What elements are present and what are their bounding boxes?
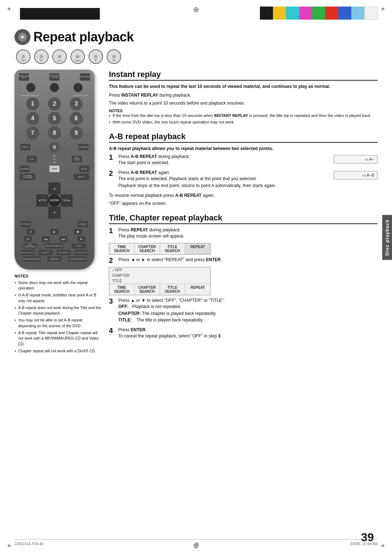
ab-step2-detail2: Playback stops at the end point, returns… xyxy=(118,183,330,189)
remote-round-row xyxy=(19,83,90,92)
disc-cd: CD xyxy=(107,49,121,64)
disc-vr: VR xyxy=(34,49,49,64)
tc-cell-time-search: TIMESEARCH xyxy=(109,243,135,254)
left-note-2: In A-B repeat mode, subtitles near point… xyxy=(15,292,102,304)
tc-dropdown-off: ✓OFF xyxy=(109,267,210,273)
ir-note-2: With some DVD-Video, the one touch repea… xyxy=(109,119,377,125)
ab-screen1-text: ▭ A– xyxy=(365,157,374,161)
ab-step2-num: 2 xyxy=(109,170,115,177)
footer-right: 3/4/06, 10:44 AM xyxy=(350,542,377,546)
remote-ch-controls: ▲ CH ▼ xyxy=(53,154,56,164)
tc-step3-row: 3 Press ▲ or ▼ to select "OFF", "CHAPTER… xyxy=(109,297,377,324)
tc2-cell-chapter: CHAPTERSEARCH xyxy=(135,284,160,295)
color-block-blue xyxy=(338,7,351,20)
dpad-right: TRK► xyxy=(61,194,73,206)
ab-subtitle-text: A-B repeat playback allows you to repeat… xyxy=(109,146,273,151)
remote-cancel-btn: CANCEL xyxy=(78,221,88,227)
disc-dvd: DVD xyxy=(16,49,30,64)
remote-playback-row: ⏸ ▶ ⏹ xyxy=(19,229,90,235)
left-note-4: You may not be able to set A-B repeat, d… xyxy=(15,317,102,329)
ir-step1-bold: INSTANT REPLAY xyxy=(121,93,158,98)
tc-step1-bold: REPEAT xyxy=(131,227,148,232)
ir-step1-detail: The video returns to a point 10 seconds … xyxy=(109,100,377,106)
left-note-1: Some discs may not work with the repeat … xyxy=(15,280,102,292)
color-block-yellow xyxy=(273,7,286,20)
remote-play-mode-btn: PLAY MODE/REPEAT xyxy=(68,256,86,262)
ab-repeat-title: A-B repeat playback xyxy=(109,132,377,143)
tc-step4-detail-bold: 3 xyxy=(218,333,221,339)
remote-play-btn: ▶ xyxy=(50,229,58,235)
remote-skip-fwd-btn: ⏭ xyxy=(77,236,85,242)
remote-num-9: 9 xyxy=(70,126,83,139)
ab-step1-content: Press A-B REPEAT during playback. The st… xyxy=(118,154,330,167)
ab-step2-row: 2 Press A-B REPEAT again. The end point … xyxy=(109,170,330,189)
color-block-magenta xyxy=(299,7,312,20)
tc-screen1: TIMESEARCH CHAPTERSEARCH TITLESEARCH REP… xyxy=(109,243,211,255)
title-icon xyxy=(15,29,30,45)
remote-num-8: 8 xyxy=(48,126,61,139)
ab-step3-bold: A-B REPEAT xyxy=(175,193,201,198)
remote-open-close-btn: OPEN/CLOSEEJECT xyxy=(19,73,29,81)
color-block-ltblue xyxy=(351,7,364,20)
disc-vr-video: VR+V xyxy=(52,49,67,64)
page-title-row: Repeat playback xyxy=(15,29,377,45)
page-title: Repeat playback xyxy=(33,29,134,45)
ir-step1: Press INSTANT REPLAY during playback. xyxy=(109,92,377,98)
tc-step2-row: 2 Press ◄ or ► to select "REPEAT" and pr… xyxy=(109,257,377,264)
dpad-enter: ENTER xyxy=(48,194,60,206)
tc-step4-content: Press ENTER. To cancel the repeat playba… xyxy=(118,327,377,340)
color-block-cyan xyxy=(286,7,299,20)
remote-num-6: 6 xyxy=(70,112,83,125)
remote-num-4: 4 xyxy=(26,112,39,125)
tc-dropdown-chapter: CHAPTER xyxy=(109,273,210,278)
ab-screen1: ▭ A– xyxy=(334,155,377,163)
disc-video: VIDEO xyxy=(70,49,85,64)
remote-round-btn-2 xyxy=(50,83,59,92)
title-chapter-section: Title, Chapter repeat playback 1 Press R… xyxy=(109,213,377,340)
remote-vcr-dvd-row: VCR ▲ CH ▼ INPUT SELECT xyxy=(19,154,90,164)
tc-step4-bold: ENTER xyxy=(131,327,146,332)
tc-screen1-row: TIMESEARCH CHAPTERSEARCH TITLESEARCH REP… xyxy=(109,243,210,254)
color-bar xyxy=(260,7,377,20)
tc2-cell-time: TIMESEARCH xyxy=(109,284,135,295)
remote-dvd-menu-btn: DVD MENU xyxy=(20,166,30,172)
remote-skip-rew-btn: ⏮ xyxy=(24,236,32,242)
remote-rec-btn: REC/OTR TIMER REC xyxy=(45,243,64,248)
tc-step3-title-bold: TITLE: xyxy=(118,317,132,323)
black-bar-decoration xyxy=(20,8,100,20)
ab-step2-detail1: The end point is selected. Playback star… xyxy=(118,176,330,182)
color-block-black xyxy=(260,7,273,20)
left-note-3: A-B repeat does not work during the Titl… xyxy=(15,305,102,317)
remote-labels-row: INSTANT REPLAY INSTANT SKIP xyxy=(19,94,90,97)
remote-mid-row: DISPLAY 0 DUBBING xyxy=(19,142,90,153)
ab-step1-text: 1 Press A-B REPEAT during playback. The … xyxy=(109,154,330,170)
two-column-layout: OPEN/CLOSEEJECT PROG/HDMITV/VIDEO ON/STA… xyxy=(15,70,377,355)
tc-screen2-table-row: TIMESEARCH CHAPTERSEARCH TITLESEARCH REP… xyxy=(109,284,210,295)
remote-subtitle-btn: SUBTITLE/MINI xyxy=(57,250,70,255)
ab-step2: 2 Press A-B REPEAT again. The end point … xyxy=(109,170,377,192)
right-column: Disc playback Instant replay This featur… xyxy=(109,70,377,355)
remote-num-7: 7 xyxy=(26,126,39,139)
dpad-corner-tl xyxy=(36,182,48,194)
ab-screen2: ▭ A–B xyxy=(334,171,377,179)
ab-step3: To resume normal playback press A-B REPE… xyxy=(109,192,377,199)
remote-prog-hdmi-btn: PROG/HDMITV/VIDEO xyxy=(49,73,60,81)
remote-pause-btn: ⏸ xyxy=(27,229,35,235)
remote-dvd-btn: DVD xyxy=(49,166,60,172)
reg-mark-tr: + xyxy=(379,5,387,13)
tc-dropdown-title: TITLE xyxy=(109,278,210,284)
ab-step1-row: 1 Press A-B REPEAT during playback. The … xyxy=(109,154,330,167)
tc-step2-bold: ENTER xyxy=(206,257,221,262)
dpad-up: ▲ xyxy=(48,182,60,194)
remote-transport-row: ⏮ ◀◀ ▶▶ ⏭ xyxy=(19,236,90,242)
remote-num-1: 1 xyxy=(26,97,39,110)
remote-ab-repeat-btn: A.B/REPEAT xyxy=(48,256,61,262)
remote-rec-mode-btn: REC MODE/SPEED xyxy=(23,243,37,248)
tc-step4-row: 4 Press ENTER. To cancel the repeat play… xyxy=(109,327,377,340)
ab-step3-detail: "OFF" appears on the screen. xyxy=(109,200,377,207)
footer: 2J40101A P34-40 39 3/4/06, 10:44 AM xyxy=(15,539,377,546)
remote-audio-btn: AUDIO/ATR xyxy=(39,250,53,255)
dpad-down: ▼ xyxy=(48,207,60,219)
remote-dpad: ▲ ◄TRK ENTER TRK► ▼ xyxy=(36,182,73,219)
remote-angle-row: ANGLE/COUNTER AUDIO/ATR SUBTITLE/MINI CL… xyxy=(19,250,90,255)
